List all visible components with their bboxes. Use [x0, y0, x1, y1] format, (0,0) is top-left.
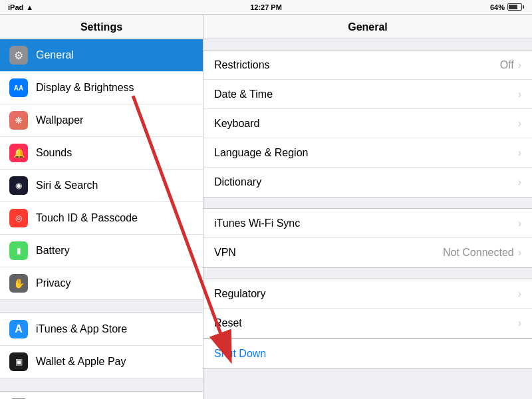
sidebar-label-general: General: [36, 49, 74, 61]
itunes-wifi-chevron: ›: [518, 217, 521, 229]
keyboard-chevron: ›: [518, 118, 521, 130]
keyboard-label: Keyboard: [214, 118, 260, 130]
restrictions-status: Off: [500, 59, 514, 71]
itunes-icon: A: [9, 320, 28, 338]
status-right: 64%: [490, 3, 524, 11]
row-reset[interactable]: Reset ›: [203, 309, 532, 338]
sidebar-label-siri: Siri & Search: [36, 180, 98, 192]
regulatory-chevron: ›: [518, 288, 521, 300]
dictionary-label: Dictionary: [214, 176, 261, 188]
row-vpn[interactable]: VPN Not Connected ›: [203, 238, 532, 267]
settings-group-2: iTunes Wi-Fi Sync › VPN Not Connected ›: [203, 208, 532, 268]
sidebar-title: Settings: [0, 15, 203, 39]
vpn-value: Not Connected ›: [443, 247, 521, 259]
language-label: Language & Region: [214, 147, 308, 159]
battery-percent: 64%: [490, 3, 505, 11]
panel-title: General: [203, 15, 532, 39]
vpn-chevron: ›: [518, 247, 521, 259]
language-value: ›: [518, 147, 521, 159]
itunes-wifi-value: ›: [518, 217, 521, 229]
row-shutdown[interactable]: Shut Down: [203, 339, 532, 368]
regulatory-value: ›: [518, 288, 521, 300]
carrier-label: iPad: [8, 3, 23, 11]
sidebar-divider-1: [0, 300, 203, 313]
vpn-status: Not Connected: [443, 247, 514, 259]
sidebar-item-battery[interactable]: ▮ Battery: [0, 235, 203, 267]
datetime-chevron: ›: [518, 88, 521, 100]
sidebar-label-touchid: Touch ID & Passcode: [36, 212, 138, 224]
language-chevron: ›: [518, 147, 521, 159]
datetime-label: Date & Time: [214, 88, 273, 100]
main-content: Settings ⚙ General AA Display & Brightne…: [0, 15, 532, 399]
status-time: 12:27 PM: [250, 3, 282, 11]
reset-label: Reset: [214, 317, 242, 329]
sounds-icon: 🔔: [9, 144, 28, 162]
shutdown-label[interactable]: Shut Down: [214, 348, 266, 360]
touchid-icon: ◎: [9, 209, 28, 227]
battery-icon: [507, 3, 524, 11]
status-left: iPad ▲: [8, 3, 33, 11]
itunes-wifi-label: iTunes Wi-Fi Sync: [214, 217, 300, 229]
wallet-icon: ▣: [9, 352, 28, 371]
siri-icon: ◉: [9, 176, 28, 195]
sidebar-item-wallet[interactable]: ▣ Wallet & Apple Pay: [0, 346, 203, 378]
restrictions-label: Restrictions: [214, 59, 270, 71]
datetime-value: ›: [518, 88, 521, 100]
sidebar-item-touchid[interactable]: ◎ Touch ID & Passcode: [0, 202, 203, 235]
row-itunes-wifi[interactable]: iTunes Wi-Fi Sync ›: [203, 209, 532, 238]
row-keyboard[interactable]: Keyboard ›: [203, 109, 532, 138]
row-restrictions[interactable]: Restrictions Off ›: [203, 51, 532, 80]
row-datetime[interactable]: Date & Time ›: [203, 80, 532, 109]
settings-group-1: Restrictions Off › Date & Time › Keyboar…: [203, 50, 532, 198]
battery-sidebar-icon: ▮: [9, 241, 28, 260]
settings-group-3: Regulatory › Reset ›: [203, 279, 532, 338]
restrictions-value: Off ›: [500, 59, 521, 71]
sidebar-item-accounts[interactable]: 🔑 Accounts & Passwords: [0, 392, 203, 399]
reset-value: ›: [518, 317, 521, 329]
reset-chevron: ›: [518, 317, 521, 329]
settings-group-shutdown: Shut Down: [203, 338, 532, 369]
row-dictionary[interactable]: Dictionary ›: [203, 168, 532, 197]
status-bar: iPad ▲ 12:27 PM 64%: [0, 0, 532, 15]
sidebar: Settings ⚙ General AA Display & Brightne…: [0, 15, 203, 399]
sidebar-item-display[interactable]: AA Display & Brightness: [0, 72, 203, 104]
sidebar-item-general[interactable]: ⚙ General: [0, 39, 203, 72]
sidebar-label-wallet: Wallet & Apple Pay: [36, 356, 126, 368]
wallpaper-icon: ❋: [9, 111, 28, 130]
privacy-icon: ✋: [9, 274, 28, 293]
restrictions-chevron: ›: [518, 59, 521, 71]
general-icon: ⚙: [9, 46, 28, 65]
sidebar-item-itunes[interactable]: A iTunes & App Store: [0, 313, 203, 346]
sidebar-divider-2: [0, 378, 203, 392]
row-regulatory[interactable]: Regulatory ›: [203, 279, 532, 309]
sidebar-label-display: Display & Brightness: [36, 82, 134, 94]
dictionary-value: ›: [518, 176, 521, 188]
sidebar-item-privacy[interactable]: ✋ Privacy: [0, 267, 203, 300]
sidebar-item-sounds[interactable]: 🔔 Sounds: [0, 137, 203, 170]
sidebar-item-wallpaper[interactable]: ❋ Wallpaper: [0, 104, 203, 137]
sidebar-label-battery: Battery: [36, 245, 70, 257]
display-icon: AA: [9, 78, 28, 97]
sidebar-label-privacy: Privacy: [36, 277, 70, 289]
vpn-label: VPN: [214, 247, 236, 259]
keyboard-value: ›: [518, 118, 521, 130]
sidebar-item-siri[interactable]: ◉ Siri & Search: [0, 170, 203, 202]
wifi-icon: ▲: [26, 3, 33, 11]
main-panel: General Restrictions Off › Date & Time ›…: [203, 15, 532, 399]
regulatory-label: Regulatory: [214, 288, 265, 300]
sidebar-label-wallpaper: Wallpaper: [36, 114, 83, 126]
dictionary-chevron: ›: [518, 176, 521, 188]
row-language[interactable]: Language & Region ›: [203, 138, 532, 168]
sidebar-label-sounds: Sounds: [36, 147, 72, 159]
sidebar-label-itunes: iTunes & App Store: [36, 323, 127, 335]
